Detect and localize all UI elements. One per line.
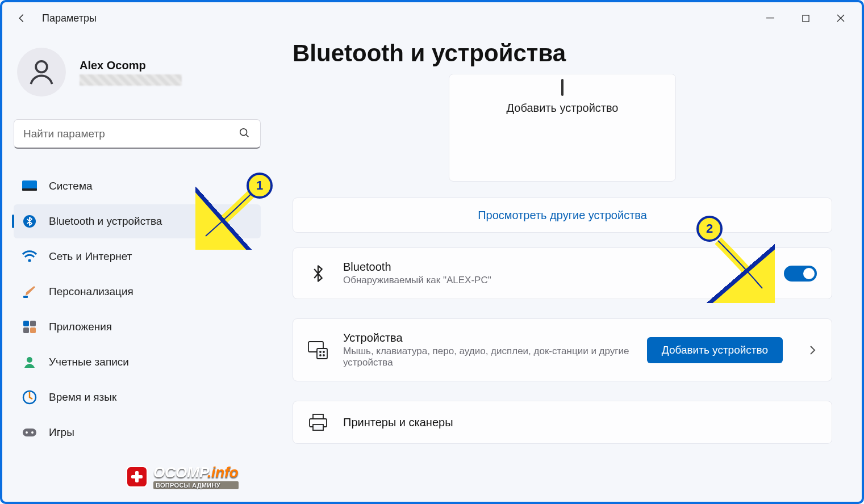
svg-point-22: [320, 355, 321, 356]
svg-rect-1: [802, 15, 808, 21]
printers-setting-row[interactable]: Принтеры и сканеры: [293, 401, 832, 444]
sidebar-item-accounts[interactable]: Учетные записи: [14, 345, 261, 379]
maximize-button[interactable]: [788, 7, 823, 30]
svg-rect-26: [313, 425, 323, 430]
svg-rect-10: [30, 321, 36, 326]
chevron-right-icon: [808, 345, 817, 356]
printer-icon: [306, 414, 331, 431]
bluetooth-toggle-label: Вкл.: [742, 267, 762, 279]
svg-rect-11: [23, 327, 29, 333]
devices-subtitle: Мышь, клавиатура, перо, аудио, дисплеи, …: [343, 346, 635, 368]
window-title: Параметры: [42, 12, 97, 24]
sidebar-item-system[interactable]: Система: [14, 169, 261, 203]
svg-point-21: [323, 351, 324, 352]
bluetooth-setting-row: Bluetooth Обнаруживаемый как "ALEX-PC" В…: [293, 247, 832, 299]
globe-clock-icon: [22, 389, 37, 405]
search-icon: [238, 127, 251, 141]
sidebar-item-label: Персонализация: [49, 285, 133, 298]
close-icon: [837, 14, 845, 22]
sidebar-item-label: Время и язык: [49, 391, 116, 404]
add-device-card[interactable]: Добавить устройство: [449, 74, 676, 182]
svg-point-16: [26, 431, 28, 434]
system-icon: [22, 178, 37, 194]
minimize-icon: [766, 14, 774, 22]
devices-setting-row[interactable]: Устройства Мышь, клавиатура, перо, аудио…: [293, 318, 832, 381]
back-button[interactable]: [14, 10, 30, 26]
svg-rect-24: [313, 414, 323, 419]
bluetooth-title: Bluetooth: [343, 261, 729, 274]
svg-point-20: [320, 351, 321, 352]
svg-rect-19: [317, 348, 327, 359]
svg-rect-0: [766, 18, 774, 18]
minimize-button[interactable]: [753, 7, 788, 30]
devices-title: Устройства: [343, 331, 635, 345]
sidebar-item-network[interactable]: Сеть и Интернет: [14, 240, 261, 274]
svg-point-13: [27, 357, 32, 363]
accounts-icon: [22, 354, 37, 370]
bluetooth-icon: [22, 213, 37, 229]
bluetooth-subtitle: Обнаруживаемый как "ALEX-PC": [343, 275, 729, 286]
svg-rect-12: [30, 327, 36, 333]
svg-rect-8: [23, 296, 28, 298]
search-input[interactable]: [14, 119, 261, 149]
maximize-icon: [802, 15, 809, 22]
svg-rect-15: [23, 429, 36, 436]
view-more-devices-link[interactable]: Просмотреть другие устройства: [293, 198, 832, 233]
gaming-icon: [22, 425, 37, 440]
sidebar-item-label: Игры: [49, 426, 74, 439]
sidebar-item-label: Система: [49, 180, 93, 192]
svg-rect-9: [23, 321, 29, 326]
sidebar-item-bluetooth[interactable]: Bluetooth и устройства: [14, 204, 261, 238]
bluetooth-toggle[interactable]: [784, 266, 817, 282]
printers-title: Принтеры и сканеры: [343, 416, 817, 429]
svg-point-7: [28, 259, 31, 262]
person-icon: [26, 56, 57, 88]
close-button[interactable]: [823, 7, 858, 30]
add-device-button[interactable]: Добавить устройство: [647, 337, 783, 363]
user-name: Alex Ocomp: [80, 59, 182, 72]
devices-icon: [306, 341, 331, 359]
svg-point-23: [323, 355, 324, 356]
sidebar-item-label: Bluetooth и устройства: [49, 215, 162, 228]
brush-icon: [22, 284, 37, 300]
sidebar-item-apps[interactable]: Приложения: [14, 310, 261, 344]
plus-icon: [561, 79, 564, 96]
svg-point-17: [31, 431, 34, 434]
sidebar-item-time-language[interactable]: Время и язык: [14, 380, 261, 414]
page-title: Bluetooth и устройства: [293, 40, 832, 67]
avatar[interactable]: [17, 48, 66, 96]
wifi-icon: [22, 249, 37, 264]
view-more-label: Просмотреть другие устройства: [478, 209, 647, 222]
arrow-left-icon: [15, 12, 28, 24]
svg-point-2: [36, 61, 47, 73]
svg-rect-5: [22, 188, 37, 191]
user-email-redacted: [80, 74, 182, 86]
add-device-label: Добавить устройство: [507, 102, 619, 115]
sidebar-item-label: Приложения: [49, 321, 112, 333]
apps-icon: [22, 319, 37, 335]
sidebar-item-label: Сеть и Интернет: [49, 250, 132, 263]
bluetooth-icon: [306, 264, 331, 283]
sidebar-item-gaming[interactable]: Игры: [14, 415, 261, 450]
sidebar-item-personalization[interactable]: Персонализация: [14, 275, 261, 309]
sidebar-item-label: Учетные записи: [49, 356, 129, 368]
svg-point-3: [240, 129, 247, 136]
